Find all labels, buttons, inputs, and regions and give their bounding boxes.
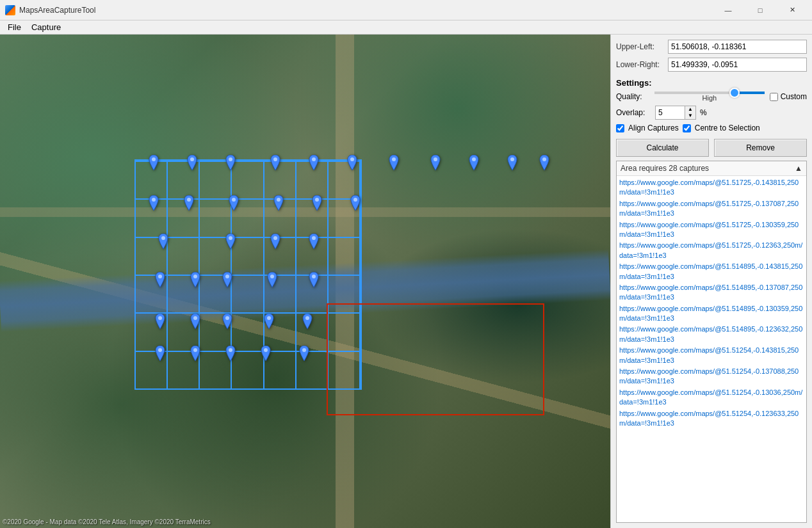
- overlap-input-container: ▲ ▼: [655, 106, 696, 120]
- custom-label: Custom: [781, 92, 807, 101]
- capture-link[interactable]: https://www.google.com/maps/@51.514895,-…: [619, 282, 804, 303]
- overlap-percent: %: [700, 108, 707, 117]
- overlap-label: Overlap:: [616, 108, 651, 117]
- centre-to-selection-label: Centre to Selection: [695, 124, 760, 132]
- close-button[interactable]: ✕: [777, 0, 807, 20]
- overlap-spinner: ▲ ▼: [685, 106, 695, 119]
- map-copyright: ©2020 Google - Map data ©2020 Tele Atlas…: [3, 518, 211, 525]
- window-controls: — □ ✕: [713, 0, 807, 20]
- lower-right-row: Lower-Right:: [616, 58, 807, 72]
- collapse-button[interactable]: ▲: [795, 164, 802, 173]
- align-captures-label: Align Captures: [628, 124, 679, 132]
- custom-checkbox[interactable]: [770, 93, 778, 101]
- main-content: ©2020 Google - Map data ©2020 Tele Atlas…: [0, 35, 812, 528]
- capture-list-header: Area requires 28 captures ▲: [617, 161, 806, 176]
- upper-left-input[interactable]: [668, 40, 807, 54]
- menu-file[interactable]: File: [3, 21, 26, 33]
- capture-link[interactable]: https://www.google.com/maps/@51.51254,-0…: [619, 345, 804, 366]
- upper-left-row: Upper-Left:: [616, 40, 807, 54]
- capture-link[interactable]: https://www.google.com/maps/@51.51725,-0…: [619, 198, 804, 220]
- right-panel: Upper-Left: Lower-Right: Settings: Quali…: [610, 35, 812, 528]
- capture-link[interactable]: https://www.google.com/maps/@51.51254,-0…: [619, 387, 804, 408]
- align-captures-checkbox[interactable]: [616, 124, 624, 132]
- menu-bar: File Capture: [0, 20, 812, 35]
- quality-level-label: High: [702, 94, 717, 102]
- overlap-down-button[interactable]: ▼: [685, 113, 695, 119]
- app-icon: [5, 5, 15, 15]
- capture-link[interactable]: https://www.google.com/maps/@51.514895,-…: [619, 303, 804, 324]
- capture-link[interactable]: https://www.google.com/maps/@51.51725,-0…: [619, 220, 804, 241]
- overlap-row: Overlap: ▲ ▼ %: [616, 106, 807, 120]
- capture-list-container: Area requires 28 captures ▲ https://www.…: [616, 161, 807, 523]
- capture-link[interactable]: https://www.google.com/maps/@51.51254,-0…: [619, 408, 804, 429]
- menu-capture[interactable]: Capture: [26, 21, 66, 33]
- lower-right-input[interactable]: [668, 58, 807, 72]
- capture-list[interactable]: https://www.google.com/maps/@51.51725,-0…: [617, 176, 806, 522]
- capture-count-text: Area requires 28 captures: [621, 164, 709, 173]
- quality-slider-container: High: [654, 92, 765, 102]
- overlap-input[interactable]: [656, 106, 685, 119]
- settings-label: Settings:: [616, 78, 807, 88]
- title-bar: MapsAreaCaptureTool — □ ✕: [0, 0, 812, 20]
- align-captures-row: Align Captures Centre to Selection: [616, 124, 807, 132]
- action-buttons-row: Calculate Remove: [616, 139, 807, 157]
- custom-checkbox-row: Custom: [770, 92, 807, 101]
- centre-to-selection-checkbox[interactable]: [683, 124, 691, 132]
- capture-link[interactable]: https://www.google.com/maps/@51.514895,-…: [619, 261, 804, 282]
- calculate-button[interactable]: Calculate: [616, 139, 709, 157]
- capture-link[interactable]: https://www.google.com/maps/@51.51725,-0…: [619, 240, 804, 261]
- map-area[interactable]: ©2020 Google - Map data ©2020 Tele Atlas…: [0, 35, 610, 528]
- capture-link[interactable]: https://www.google.com/maps/@51.514895,-…: [619, 324, 804, 345]
- capture-link[interactable]: https://www.google.com/maps/@51.51725,-0…: [619, 177, 804, 198]
- quality-label: Quality:: [616, 92, 649, 101]
- upper-left-label: Upper-Left:: [616, 42, 664, 51]
- remove-button[interactable]: Remove: [714, 139, 807, 157]
- maximize-button[interactable]: □: [745, 0, 775, 20]
- window-title: MapsAreaCaptureTool: [19, 6, 713, 15]
- minimize-button[interactable]: —: [713, 0, 743, 20]
- overlap-up-button[interactable]: ▲: [685, 106, 695, 113]
- lower-right-label: Lower-Right:: [616, 60, 664, 69]
- quality-row: Quality: High Custom: [616, 92, 807, 102]
- capture-link[interactable]: https://www.google.com/maps/@51.51254,-0…: [619, 366, 804, 387]
